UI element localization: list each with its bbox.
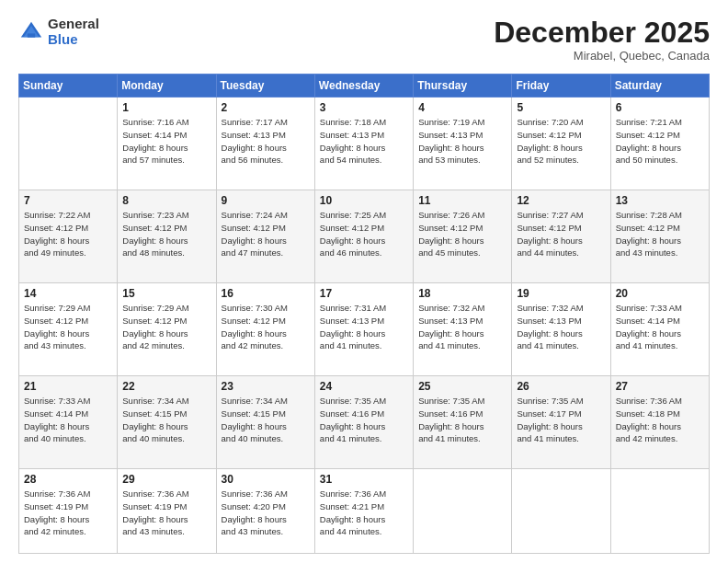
day-cell: 10Sunrise: 7:25 AMSunset: 4:12 PMDayligh…	[314, 190, 413, 283]
page: General Blue December 2025 Mirabel, Queb…	[0, 0, 728, 563]
day-info: Sunrise: 7:20 AMSunset: 4:12 PMDaylight:…	[517, 116, 605, 167]
day-number: 7	[24, 194, 112, 207]
day-cell	[414, 469, 512, 554]
week-row-5: 28Sunrise: 7:36 AMSunset: 4:19 PMDayligh…	[19, 469, 710, 554]
day-info: Sunrise: 7:34 AMSunset: 4:15 PMDaylight:…	[122, 395, 210, 445]
day-cell	[610, 469, 709, 554]
title-block: December 2025 Mirabel, Quebec, Canada	[494, 17, 710, 63]
day-cell: 5Sunrise: 7:20 AMSunset: 4:12 PMDaylight…	[512, 98, 610, 190]
day-cell: 15Sunrise: 7:29 AMSunset: 4:12 PMDayligh…	[118, 283, 216, 376]
day-info: Sunrise: 7:30 AMSunset: 4:12 PMDaylight:…	[222, 302, 310, 352]
day-info: Sunrise: 7:23 AMSunset: 4:12 PMDaylight:…	[122, 209, 210, 259]
day-header-wednesday: Wednesday	[314, 75, 413, 98]
day-number: 6	[616, 101, 704, 114]
day-cell: 27Sunrise: 7:36 AMSunset: 4:18 PMDayligh…	[610, 376, 709, 469]
day-cell: 16Sunrise: 7:30 AMSunset: 4:12 PMDayligh…	[216, 283, 314, 376]
day-cell: 29Sunrise: 7:36 AMSunset: 4:19 PMDayligh…	[118, 469, 216, 554]
day-cell: 12Sunrise: 7:27 AMSunset: 4:12 PMDayligh…	[512, 190, 610, 283]
day-cell: 7Sunrise: 7:22 AMSunset: 4:12 PMDaylight…	[19, 190, 118, 283]
day-header-sunday: Sunday	[19, 75, 118, 98]
day-number: 19	[517, 287, 605, 300]
day-number: 25	[418, 380, 506, 393]
calendar-body: 1Sunrise: 7:16 AMSunset: 4:14 PMDaylight…	[19, 98, 710, 554]
day-info: Sunrise: 7:16 AMSunset: 4:14 PMDaylight:…	[122, 116, 210, 167]
days-row: SundayMondayTuesdayWednesdayThursdayFrid…	[19, 75, 710, 98]
day-cell: 21Sunrise: 7:33 AMSunset: 4:14 PMDayligh…	[19, 376, 118, 469]
day-cell	[512, 469, 610, 554]
day-cell: 26Sunrise: 7:35 AMSunset: 4:17 PMDayligh…	[512, 376, 610, 469]
day-number: 14	[24, 287, 112, 300]
day-info: Sunrise: 7:35 AMSunset: 4:17 PMDaylight:…	[517, 395, 605, 445]
day-info: Sunrise: 7:36 AMSunset: 4:20 PMDaylight:…	[222, 488, 310, 538]
day-info: Sunrise: 7:36 AMSunset: 4:19 PMDaylight:…	[24, 488, 112, 538]
header: General Blue December 2025 Mirabel, Queb…	[18, 17, 710, 63]
day-info: Sunrise: 7:35 AMSunset: 4:16 PMDaylight:…	[418, 395, 506, 445]
day-info: Sunrise: 7:29 AMSunset: 4:12 PMDaylight:…	[122, 302, 210, 352]
day-header-friday: Friday	[512, 75, 610, 98]
day-cell: 25Sunrise: 7:35 AMSunset: 4:16 PMDayligh…	[414, 376, 512, 469]
day-number: 8	[122, 194, 210, 207]
logo-text: General Blue	[48, 17, 99, 47]
day-info: Sunrise: 7:18 AMSunset: 4:13 PMDaylight:…	[320, 116, 408, 167]
day-number: 21	[24, 380, 112, 393]
day-number: 28	[24, 473, 112, 486]
calendar-header: SundayMondayTuesdayWednesdayThursdayFrid…	[19, 75, 710, 98]
day-info: Sunrise: 7:24 AMSunset: 4:12 PMDaylight:…	[222, 209, 310, 259]
day-cell: 4Sunrise: 7:19 AMSunset: 4:13 PMDaylight…	[414, 98, 512, 190]
day-header-thursday: Thursday	[414, 75, 512, 98]
day-info: Sunrise: 7:26 AMSunset: 4:12 PMDaylight:…	[418, 209, 506, 259]
day-header-saturday: Saturday	[610, 75, 709, 98]
day-info: Sunrise: 7:33 AMSunset: 4:14 PMDaylight:…	[616, 302, 704, 352]
day-number: 30	[222, 473, 310, 486]
day-number: 22	[122, 380, 210, 393]
day-info: Sunrise: 7:21 AMSunset: 4:12 PMDaylight:…	[616, 116, 704, 167]
day-info: Sunrise: 7:31 AMSunset: 4:13 PMDaylight:…	[320, 302, 408, 352]
day-cell: 6Sunrise: 7:21 AMSunset: 4:12 PMDaylight…	[610, 98, 709, 190]
week-row-4: 21Sunrise: 7:33 AMSunset: 4:14 PMDayligh…	[19, 376, 710, 469]
day-number: 16	[222, 287, 310, 300]
day-cell: 20Sunrise: 7:33 AMSunset: 4:14 PMDayligh…	[610, 283, 709, 376]
month-title: December 2025	[494, 17, 710, 49]
day-number: 23	[222, 380, 310, 393]
day-number: 31	[320, 473, 408, 486]
day-number: 12	[517, 194, 605, 207]
logo-icon	[18, 19, 44, 45]
day-number: 26	[517, 380, 605, 393]
day-cell: 31Sunrise: 7:36 AMSunset: 4:21 PMDayligh…	[314, 469, 413, 554]
day-cell: 18Sunrise: 7:32 AMSunset: 4:13 PMDayligh…	[414, 283, 512, 376]
day-number: 5	[517, 101, 605, 114]
day-cell: 11Sunrise: 7:26 AMSunset: 4:12 PMDayligh…	[414, 190, 512, 283]
day-cell: 8Sunrise: 7:23 AMSunset: 4:12 PMDaylight…	[118, 190, 216, 283]
day-number: 9	[222, 194, 310, 207]
day-number: 4	[418, 101, 506, 114]
day-cell	[19, 98, 118, 190]
day-number: 27	[616, 380, 704, 393]
day-number: 11	[418, 194, 506, 207]
day-number: 3	[320, 101, 408, 114]
day-number: 15	[122, 287, 210, 300]
logo-general-text: General	[48, 17, 99, 32]
day-cell: 28Sunrise: 7:36 AMSunset: 4:19 PMDayligh…	[19, 469, 118, 554]
day-number: 2	[222, 101, 310, 114]
day-number: 17	[320, 287, 408, 300]
day-cell: 22Sunrise: 7:34 AMSunset: 4:15 PMDayligh…	[118, 376, 216, 469]
day-cell: 24Sunrise: 7:35 AMSunset: 4:16 PMDayligh…	[314, 376, 413, 469]
day-info: Sunrise: 7:27 AMSunset: 4:12 PMDaylight:…	[517, 209, 605, 259]
day-cell: 17Sunrise: 7:31 AMSunset: 4:13 PMDayligh…	[314, 283, 413, 376]
day-cell: 14Sunrise: 7:29 AMSunset: 4:12 PMDayligh…	[19, 283, 118, 376]
day-number: 20	[616, 287, 704, 300]
day-header-tuesday: Tuesday	[216, 75, 314, 98]
day-info: Sunrise: 7:32 AMSunset: 4:13 PMDaylight:…	[418, 302, 506, 352]
day-number: 29	[122, 473, 210, 486]
day-number: 13	[616, 194, 704, 207]
day-info: Sunrise: 7:22 AMSunset: 4:12 PMDaylight:…	[24, 209, 112, 259]
day-cell: 3Sunrise: 7:18 AMSunset: 4:13 PMDaylight…	[314, 98, 413, 190]
day-info: Sunrise: 7:19 AMSunset: 4:13 PMDaylight:…	[418, 116, 506, 167]
day-info: Sunrise: 7:34 AMSunset: 4:15 PMDaylight:…	[222, 395, 310, 445]
day-info: Sunrise: 7:25 AMSunset: 4:12 PMDaylight:…	[320, 209, 408, 259]
day-cell: 30Sunrise: 7:36 AMSunset: 4:20 PMDayligh…	[216, 469, 314, 554]
day-info: Sunrise: 7:29 AMSunset: 4:12 PMDaylight:…	[24, 302, 112, 352]
day-cell: 9Sunrise: 7:24 AMSunset: 4:12 PMDaylight…	[216, 190, 314, 283]
day-cell: 1Sunrise: 7:16 AMSunset: 4:14 PMDaylight…	[118, 98, 216, 190]
day-number: 1	[122, 101, 210, 114]
